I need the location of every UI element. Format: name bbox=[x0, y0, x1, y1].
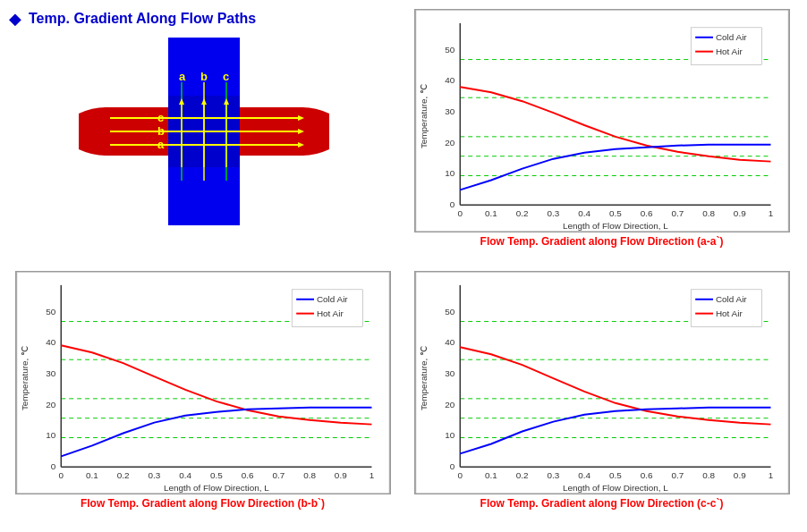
svg-text:Hot Air: Hot Air bbox=[316, 308, 343, 317]
svg-text:50: 50 bbox=[46, 306, 56, 316]
chart-bb-panel: 0 0.1 0.2 0.3 0.4 0.5 0.6 0.7 0.8 0.9 1 … bbox=[4, 266, 404, 528]
svg-text:b: b bbox=[200, 70, 208, 83]
svg-text:10: 10 bbox=[46, 430, 56, 440]
svg-text:b: b bbox=[157, 124, 165, 138]
svg-text:0.6: 0.6 bbox=[640, 208, 652, 218]
svg-text:0.8: 0.8 bbox=[702, 208, 715, 218]
chart-cc-title: Flow Temp. Gradient along Flow Direction… bbox=[480, 497, 724, 510]
svg-text:a: a bbox=[179, 70, 186, 83]
svg-text:0.7: 0.7 bbox=[272, 470, 285, 480]
svg-text:0.9: 0.9 bbox=[733, 208, 745, 218]
svg-text:0.4: 0.4 bbox=[578, 208, 590, 218]
svg-text:Temperature, ℃: Temperature, ℃ bbox=[418, 84, 428, 148]
svg-text:Hot Air: Hot Air bbox=[715, 46, 742, 56]
svg-text:0: 0 bbox=[449, 461, 454, 471]
chart-cc: 0 0.1 0.2 0.3 0.4 0.5 0.6 0.7 0.8 0.9 1 … bbox=[414, 271, 790, 494]
svg-text:0.5: 0.5 bbox=[608, 208, 621, 218]
svg-text:Cold Air: Cold Air bbox=[715, 32, 746, 42]
svg-text:Cold Air: Cold Air bbox=[316, 293, 347, 303]
chart-aa: 0 0.1 0.2 0.3 0.4 0.5 0.6 0.7 0.8 0.9 1 … bbox=[414, 9, 790, 232]
svg-text:50: 50 bbox=[445, 306, 455, 316]
svg-text:10: 10 bbox=[445, 430, 455, 440]
svg-text:Temperature, ℃: Temperature, ℃ bbox=[19, 345, 29, 410]
top-left-panel: ◆ Temp. Gradient Along Flow Paths bbox=[4, 4, 404, 266]
svg-text:0: 0 bbox=[457, 208, 463, 218]
svg-text:0: 0 bbox=[457, 470, 463, 480]
svg-text:20: 20 bbox=[46, 399, 56, 409]
svg-text:0: 0 bbox=[50, 461, 55, 471]
title-bar: ◆ Temp. Gradient Along Flow Paths bbox=[9, 9, 256, 29]
main-container: ◆ Temp. Gradient Along Flow Paths bbox=[0, 0, 807, 532]
svg-text:1: 1 bbox=[768, 470, 773, 480]
svg-text:Length of Flow Direction, L: Length of Flow Direction, L bbox=[163, 483, 268, 493]
chart-bb-title: Flow Temp. Gradient along Flow Direction… bbox=[81, 497, 325, 510]
svg-text:0.1: 0.1 bbox=[86, 470, 98, 480]
svg-text:0.8: 0.8 bbox=[702, 470, 715, 480]
svg-text:40: 40 bbox=[445, 75, 455, 85]
heat-exchanger-diagram: a b c c b a bbox=[79, 38, 329, 225]
svg-text:1: 1 bbox=[369, 470, 374, 480]
diamond-icon: ◆ bbox=[9, 9, 21, 29]
svg-text:0.3: 0.3 bbox=[148, 470, 160, 480]
svg-text:20: 20 bbox=[445, 138, 455, 148]
svg-text:30: 30 bbox=[46, 368, 56, 378]
svg-text:Length of Flow Direction, L: Length of Flow Direction, L bbox=[562, 221, 667, 231]
svg-text:0.6: 0.6 bbox=[640, 470, 652, 480]
svg-text:30: 30 bbox=[445, 106, 455, 116]
svg-text:30: 30 bbox=[445, 368, 455, 378]
svg-text:1: 1 bbox=[768, 208, 773, 218]
chart-bb: 0 0.1 0.2 0.3 0.4 0.5 0.6 0.7 0.8 0.9 1 … bbox=[15, 271, 391, 494]
svg-text:0.1: 0.1 bbox=[485, 208, 497, 218]
svg-text:0.7: 0.7 bbox=[671, 208, 684, 218]
svg-text:0.8: 0.8 bbox=[303, 470, 316, 480]
svg-text:Hot Air: Hot Air bbox=[715, 308, 742, 317]
svg-text:0.3: 0.3 bbox=[547, 470, 559, 480]
svg-text:0.5: 0.5 bbox=[209, 470, 222, 480]
svg-text:0.7: 0.7 bbox=[671, 470, 684, 480]
svg-text:0.9: 0.9 bbox=[733, 470, 745, 480]
chart-cc-panel: 0 0.1 0.2 0.3 0.4 0.5 0.6 0.7 0.8 0.9 1 … bbox=[404, 266, 803, 528]
svg-text:40: 40 bbox=[445, 337, 455, 347]
svg-text:a: a bbox=[157, 138, 165, 151]
svg-text:0.9: 0.9 bbox=[334, 470, 346, 480]
svg-text:0.2: 0.2 bbox=[515, 470, 528, 480]
svg-text:c: c bbox=[157, 111, 164, 124]
svg-text:0.5: 0.5 bbox=[608, 470, 621, 480]
svg-text:Temperature, ℃: Temperature, ℃ bbox=[418, 345, 428, 410]
svg-text:0.4: 0.4 bbox=[179, 470, 191, 480]
main-title: Temp. Gradient Along Flow Paths bbox=[29, 11, 256, 27]
svg-text:0.1: 0.1 bbox=[485, 470, 497, 480]
svg-text:0: 0 bbox=[58, 470, 64, 480]
svg-text:Length of Flow Direction, L: Length of Flow Direction, L bbox=[562, 483, 667, 493]
svg-text:10: 10 bbox=[445, 168, 455, 178]
chart-aa-panel: 0 0.1 0.2 0.3 0.4 0.5 0.6 0.7 0.8 0.9 1 … bbox=[404, 4, 803, 266]
chart-aa-title: Flow Temp. Gradient along Flow Direction… bbox=[480, 235, 724, 248]
svg-text:50: 50 bbox=[445, 45, 455, 55]
svg-text:0: 0 bbox=[449, 199, 454, 209]
svg-text:40: 40 bbox=[46, 337, 56, 347]
svg-text:Cold Air: Cold Air bbox=[715, 293, 746, 303]
svg-text:0.2: 0.2 bbox=[116, 470, 129, 480]
svg-text:c: c bbox=[223, 70, 229, 83]
svg-text:20: 20 bbox=[445, 399, 455, 409]
svg-text:0.6: 0.6 bbox=[241, 470, 253, 480]
svg-text:0.2: 0.2 bbox=[515, 208, 528, 218]
svg-text:0.4: 0.4 bbox=[578, 470, 590, 480]
svg-text:0.3: 0.3 bbox=[547, 208, 559, 218]
